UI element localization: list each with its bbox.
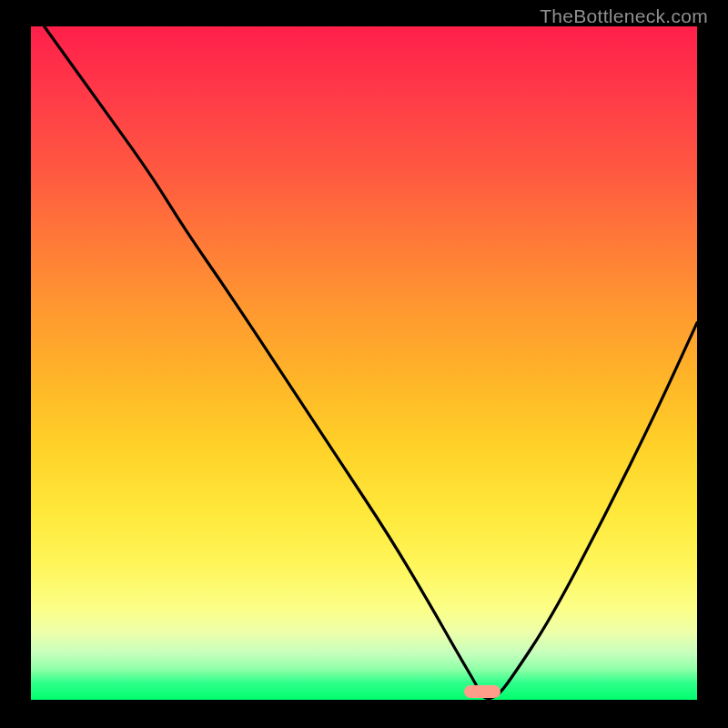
watermark-text: TheBottleneck.com (540, 5, 708, 27)
gradient-background (31, 26, 697, 700)
